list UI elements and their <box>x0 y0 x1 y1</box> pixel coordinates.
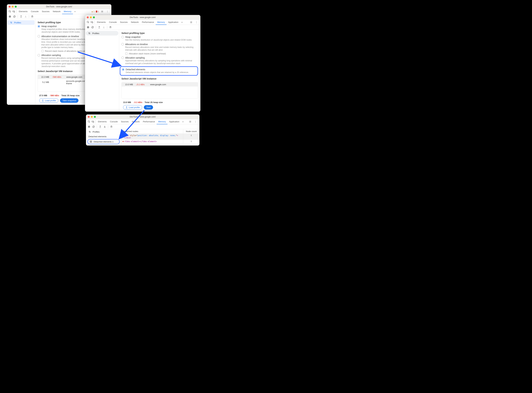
sidebar-item-profiles[interactable]: Profiles <box>8 20 34 25</box>
more-tabs-icon[interactable]: » <box>73 10 77 14</box>
record-icon[interactable] <box>86 25 90 29</box>
kebab-icon[interactable]: ⋮ <box>105 10 109 14</box>
radio-icon[interactable] <box>121 43 124 45</box>
settings-icon[interactable] <box>189 20 193 24</box>
start-button[interactable]: Start <box>144 105 153 109</box>
svg-point-11 <box>11 23 12 23</box>
tab-network[interactable]: Network <box>129 20 140 25</box>
gc-icon[interactable] <box>109 125 113 129</box>
radio-icon[interactable] <box>121 36 124 38</box>
load-profile-button[interactable]: Load profile <box>39 98 58 103</box>
tab-elements[interactable]: Elements <box>96 119 108 124</box>
radio-icon[interactable] <box>121 56 124 59</box>
take-snapshot-button[interactable]: Take snapshot <box>60 98 78 103</box>
option-allocations-timeline[interactable]: Allocations on timeline Record memory al… <box>121 43 198 55</box>
sidebar-item-detached-1[interactable]: Detached elements 1 <box>87 139 120 144</box>
vm-row[interactable]: 13.0 MB ↓3.1 kB/s www.google.com <box>122 82 198 87</box>
kebab-icon[interactable]: ⋮ <box>194 20 198 24</box>
svg-rect-2 <box>14 11 15 12</box>
titlebar: DevTools - www.google.com/ <box>85 15 200 20</box>
device-icon[interactable] <box>12 10 16 14</box>
table-row[interactable]: <div style="position: absolute; display:… <box>121 134 199 140</box>
radio-icon[interactable] <box>38 54 40 56</box>
tab-console[interactable]: Console <box>108 119 119 124</box>
tab-application[interactable]: Application <box>167 20 180 25</box>
clear-icon[interactable] <box>91 25 95 29</box>
device-icon[interactable] <box>90 20 94 24</box>
minimize-window-button[interactable] <box>12 6 14 8</box>
sidebar-section-detached: Detached elements <box>86 134 121 139</box>
download-icon[interactable] <box>24 15 28 19</box>
maximize-window-button[interactable] <box>93 16 95 18</box>
vm-table: 13.0 MB ↓3.1 kB/s www.google.com <box>121 82 198 98</box>
more-tabs-icon[interactable]: » <box>180 20 184 24</box>
tab-sources[interactable]: Sources <box>40 9 51 14</box>
tab-performance[interactable]: Performance <box>141 119 156 124</box>
upload-icon[interactable] <box>97 25 101 29</box>
gc-icon[interactable] <box>30 15 34 19</box>
upload-icon[interactable] <box>19 15 23 19</box>
svg-point-17 <box>87 27 89 28</box>
tab-console[interactable]: Console <box>29 9 40 14</box>
inspect-icon[interactable] <box>8 10 12 14</box>
memory-toolbar <box>86 124 199 129</box>
warnings-badge[interactable]: ▲ 1 <box>91 10 95 13</box>
tab-memory[interactable]: Memory <box>157 119 168 124</box>
tab-memory[interactable]: Memory <box>156 20 167 25</box>
tab-application[interactable]: Application <box>168 119 181 124</box>
record-icon[interactable] <box>8 15 12 19</box>
tab-sources[interactable]: Sources <box>119 119 130 124</box>
errors-badge[interactable]: !1 <box>96 10 99 13</box>
table-row[interactable]: <fake-element></fake-element> 1 <box>121 140 199 143</box>
total-heap: 13.0 MB ↓3.1 kB/s Total JS heap size <box>123 101 198 103</box>
checkbox-stack-traces[interactable]: Allocation stack traces (more overhead) <box>121 52 198 55</box>
minimize-window-button[interactable] <box>91 116 93 118</box>
inspect-icon[interactable] <box>86 20 90 24</box>
settings-icon[interactable] <box>188 120 192 124</box>
option-heap-snapshot[interactable]: Heap snapshot See the memory distributio… <box>121 36 198 41</box>
close-window-button[interactable] <box>88 116 90 118</box>
close-window-button[interactable] <box>9 6 10 8</box>
more-tabs-icon[interactable]: » <box>181 120 185 124</box>
upload-icon[interactable] <box>98 125 102 129</box>
tab-elements[interactable]: Elements <box>17 9 29 14</box>
maximize-window-button[interactable] <box>15 6 17 8</box>
tab-elements[interactable]: Elements <box>95 20 107 25</box>
maximize-window-button[interactable] <box>94 116 96 118</box>
panel-tabs: Elements Console Sources Network Memory … <box>7 9 111 14</box>
clear-icon[interactable] <box>92 125 96 129</box>
radio-icon[interactable] <box>122 68 124 71</box>
tab-network[interactable]: Network <box>51 9 62 14</box>
checkbox-icon[interactable] <box>42 50 44 52</box>
device-icon[interactable] <box>91 120 95 124</box>
download-icon[interactable] <box>102 25 106 29</box>
minimize-window-button[interactable] <box>90 16 92 18</box>
record-icon[interactable] <box>87 125 91 129</box>
main-panel: Select profiling type Heap snapshot See … <box>119 30 200 112</box>
gc-icon[interactable] <box>108 25 112 29</box>
settings-icon[interactable] <box>100 10 104 14</box>
tab-sources[interactable]: Sources <box>118 20 129 25</box>
sidebar-item-profiles[interactable]: Profiles <box>86 129 121 134</box>
tab-network[interactable]: Network <box>130 119 141 124</box>
load-profile-button[interactable]: Load profile <box>123 105 142 109</box>
radio-icon[interactable] <box>38 25 40 28</box>
radio-icon[interactable] <box>38 35 40 38</box>
svg-point-21 <box>89 33 89 33</box>
tab-memory[interactable]: Memory <box>62 9 73 14</box>
checkbox-icon[interactable] <box>125 53 127 55</box>
close-window-button[interactable] <box>87 16 89 18</box>
download-icon[interactable] <box>103 125 107 129</box>
option-detached-elements[interactable]: Detached elements Detached elements show… <box>122 68 196 74</box>
option-detached-elements-highlighted: Detached elements Detached elements show… <box>120 66 198 76</box>
option-allocation-sampling[interactable]: Allocation sampling Approximate memory a… <box>121 56 198 65</box>
sidebar-item-profiles[interactable]: Profiles <box>86 31 118 35</box>
window-title: DevTools - www.google.com/ <box>85 16 200 19</box>
svg-point-5 <box>10 16 10 17</box>
tab-performance[interactable]: Performance <box>140 20 155 25</box>
tab-console[interactable]: Console <box>107 20 118 25</box>
inspect-icon[interactable] <box>87 120 91 124</box>
clear-icon[interactable] <box>13 15 16 19</box>
svg-point-27 <box>190 121 190 122</box>
kebab-icon[interactable]: ⋮ <box>193 120 197 124</box>
